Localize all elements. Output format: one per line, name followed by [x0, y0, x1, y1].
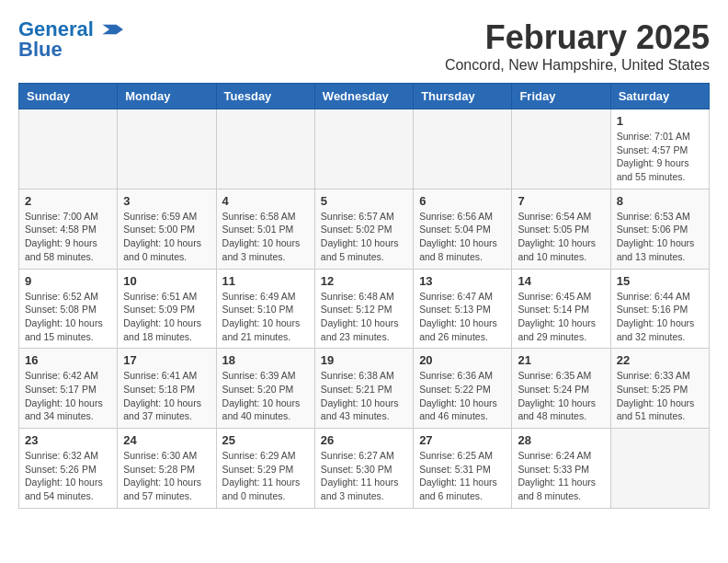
- day-info: Sunrise: 6:59 AM Sunset: 5:00 PM Dayligh…: [123, 210, 210, 264]
- calendar-cell-w2d1: 2Sunrise: 7:00 AM Sunset: 4:58 PM Daylig…: [19, 189, 118, 269]
- calendar-cell-w5d1: 23Sunrise: 6:32 AM Sunset: 5:26 PM Dayli…: [19, 429, 118, 509]
- day-number: 25: [222, 433, 309, 447]
- day-info: Sunrise: 6:36 AM Sunset: 5:22 PM Dayligh…: [419, 369, 506, 423]
- calendar-cell-w3d1: 9Sunrise: 6:52 AM Sunset: 5:08 PM Daylig…: [19, 269, 118, 349]
- col-saturday: Saturday: [610, 84, 709, 109]
- day-info: Sunrise: 6:33 AM Sunset: 5:25 PM Dayligh…: [617, 369, 703, 423]
- day-info: Sunrise: 6:48 AM Sunset: 5:12 PM Dayligh…: [321, 290, 407, 344]
- calendar-cell-w1d2: [118, 109, 216, 190]
- calendar-week-1: 1Sunrise: 7:01 AM Sunset: 4:57 PM Daylig…: [19, 109, 710, 190]
- calendar-cell-w5d6: 28Sunrise: 6:24 AM Sunset: 5:33 PM Dayli…: [512, 429, 610, 509]
- day-info: Sunrise: 7:01 AM Sunset: 4:57 PM Dayligh…: [617, 130, 703, 184]
- calendar-cell-w5d5: 27Sunrise: 6:25 AM Sunset: 5:31 PM Dayli…: [414, 429, 512, 509]
- calendar-cell-w5d2: 24Sunrise: 6:30 AM Sunset: 5:28 PM Dayli…: [118, 429, 216, 509]
- day-number: 7: [518, 194, 604, 208]
- day-number: 22: [617, 353, 703, 367]
- day-number: 3: [123, 194, 210, 208]
- col-friday: Friday: [512, 84, 610, 109]
- calendar-header-row: Sunday Monday Tuesday Wednesday Thursday…: [19, 84, 710, 109]
- day-info: Sunrise: 6:41 AM Sunset: 5:18 PM Dayligh…: [123, 369, 210, 423]
- day-info: Sunrise: 6:42 AM Sunset: 5:17 PM Dayligh…: [25, 369, 111, 423]
- day-info: Sunrise: 6:39 AM Sunset: 5:20 PM Dayligh…: [222, 369, 309, 423]
- logo-icon: [96, 23, 123, 36]
- calendar-cell-w4d4: 19Sunrise: 6:38 AM Sunset: 5:21 PM Dayli…: [314, 349, 413, 429]
- day-number: 15: [617, 274, 703, 288]
- calendar-cell-w1d1: [19, 109, 118, 190]
- calendar-cell-w3d5: 13Sunrise: 6:47 AM Sunset: 5:13 PM Dayli…: [414, 269, 512, 349]
- day-info: Sunrise: 6:38 AM Sunset: 5:21 PM Dayligh…: [321, 369, 407, 423]
- calendar-cell-w5d7: [610, 429, 709, 509]
- day-number: 26: [321, 433, 407, 447]
- calendar-cell-w2d6: 7Sunrise: 6:54 AM Sunset: 5:05 PM Daylig…: [512, 189, 610, 269]
- day-info: Sunrise: 6:56 AM Sunset: 5:04 PM Dayligh…: [419, 210, 506, 264]
- day-info: Sunrise: 6:52 AM Sunset: 5:08 PM Dayligh…: [25, 290, 111, 344]
- day-number: 18: [222, 353, 309, 367]
- day-number: 6: [419, 194, 506, 208]
- svg-marker-0: [102, 25, 123, 35]
- day-number: 20: [419, 353, 506, 367]
- day-number: 28: [518, 433, 604, 447]
- calendar-cell-w1d7: 1Sunrise: 7:01 AM Sunset: 4:57 PM Daylig…: [610, 109, 709, 190]
- day-number: 13: [419, 274, 506, 288]
- calendar-week-2: 2Sunrise: 7:00 AM Sunset: 4:58 PM Daylig…: [19, 189, 710, 269]
- day-number: 21: [518, 353, 604, 367]
- day-info: Sunrise: 6:32 AM Sunset: 5:26 PM Dayligh…: [25, 449, 111, 503]
- col-monday: Monday: [118, 84, 216, 109]
- calendar-cell-w1d3: [216, 109, 314, 190]
- logo-blue-text: Blue: [18, 39, 63, 61]
- calendar-cell-w3d4: 12Sunrise: 6:48 AM Sunset: 5:12 PM Dayli…: [314, 269, 413, 349]
- calendar-cell-w3d6: 14Sunrise: 6:45 AM Sunset: 5:14 PM Dayli…: [512, 269, 610, 349]
- calendar-week-4: 16Sunrise: 6:42 AM Sunset: 5:17 PM Dayli…: [19, 349, 710, 429]
- calendar-cell-w5d3: 25Sunrise: 6:29 AM Sunset: 5:29 PM Dayli…: [216, 429, 314, 509]
- day-number: 10: [123, 274, 210, 288]
- calendar-table: Sunday Monday Tuesday Wednesday Thursday…: [18, 83, 710, 509]
- col-sunday: Sunday: [19, 84, 118, 109]
- day-number: 12: [321, 274, 407, 288]
- day-info: Sunrise: 6:24 AM Sunset: 5:33 PM Dayligh…: [518, 449, 604, 503]
- day-number: 11: [222, 274, 309, 288]
- col-thursday: Thursday: [414, 84, 512, 109]
- day-number: 23: [25, 433, 111, 447]
- day-number: 17: [123, 353, 210, 367]
- day-number: 5: [321, 194, 407, 208]
- day-number: 4: [222, 194, 309, 208]
- calendar-cell-w4d7: 22Sunrise: 6:33 AM Sunset: 5:25 PM Dayli…: [610, 349, 709, 429]
- day-number: 19: [321, 353, 407, 367]
- day-info: Sunrise: 6:51 AM Sunset: 5:09 PM Dayligh…: [123, 290, 210, 344]
- day-info: Sunrise: 6:35 AM Sunset: 5:24 PM Dayligh…: [518, 369, 604, 423]
- day-number: 16: [25, 353, 111, 367]
- calendar-cell-w4d2: 17Sunrise: 6:41 AM Sunset: 5:18 PM Dayli…: [118, 349, 216, 429]
- day-info: Sunrise: 6:57 AM Sunset: 5:02 PM Dayligh…: [321, 210, 407, 264]
- calendar-cell-w4d1: 16Sunrise: 6:42 AM Sunset: 5:17 PM Dayli…: [19, 349, 118, 429]
- day-number: 8: [617, 194, 703, 208]
- day-info: Sunrise: 6:58 AM Sunset: 5:01 PM Dayligh…: [222, 210, 309, 264]
- calendar-cell-w2d5: 6Sunrise: 6:56 AM Sunset: 5:04 PM Daylig…: [414, 189, 512, 269]
- day-info: Sunrise: 7:00 AM Sunset: 4:58 PM Dayligh…: [25, 210, 111, 264]
- day-info: Sunrise: 6:47 AM Sunset: 5:13 PM Dayligh…: [419, 290, 506, 344]
- col-tuesday: Tuesday: [216, 84, 314, 109]
- day-number: 9: [25, 274, 111, 288]
- day-info: Sunrise: 6:49 AM Sunset: 5:10 PM Dayligh…: [222, 290, 309, 344]
- day-info: Sunrise: 6:29 AM Sunset: 5:29 PM Dayligh…: [222, 449, 309, 503]
- day-number: 24: [123, 433, 210, 447]
- calendar-cell-w2d4: 5Sunrise: 6:57 AM Sunset: 5:02 PM Daylig…: [314, 189, 413, 269]
- logo: General Blue: [18, 18, 123, 61]
- page-subtitle: Concord, New Hampshire, United States: [445, 57, 710, 74]
- calendar-cell-w1d5: [414, 109, 512, 190]
- calendar-cell-w4d6: 21Sunrise: 6:35 AM Sunset: 5:24 PM Dayli…: [512, 349, 610, 429]
- day-info: Sunrise: 6:53 AM Sunset: 5:06 PM Dayligh…: [617, 210, 703, 264]
- day-info: Sunrise: 6:27 AM Sunset: 5:30 PM Dayligh…: [321, 449, 407, 503]
- page-header: General Blue February 2025 Concord, New …: [18, 18, 710, 74]
- calendar-week-3: 9Sunrise: 6:52 AM Sunset: 5:08 PM Daylig…: [19, 269, 710, 349]
- calendar-cell-w4d3: 18Sunrise: 6:39 AM Sunset: 5:20 PM Dayli…: [216, 349, 314, 429]
- day-number: 14: [518, 274, 604, 288]
- day-info: Sunrise: 6:44 AM Sunset: 5:16 PM Dayligh…: [617, 290, 703, 344]
- title-section: February 2025 Concord, New Hampshire, Un…: [445, 18, 710, 74]
- calendar-cell-w5d4: 26Sunrise: 6:27 AM Sunset: 5:30 PM Dayli…: [314, 429, 413, 509]
- calendar-cell-w2d3: 4Sunrise: 6:58 AM Sunset: 5:01 PM Daylig…: [216, 189, 314, 269]
- calendar-cell-w1d4: [314, 109, 413, 190]
- page-title: February 2025: [445, 18, 710, 57]
- day-info: Sunrise: 6:45 AM Sunset: 5:14 PM Dayligh…: [518, 290, 604, 344]
- day-info: Sunrise: 6:30 AM Sunset: 5:28 PM Dayligh…: [123, 449, 210, 503]
- day-number: 2: [25, 194, 111, 208]
